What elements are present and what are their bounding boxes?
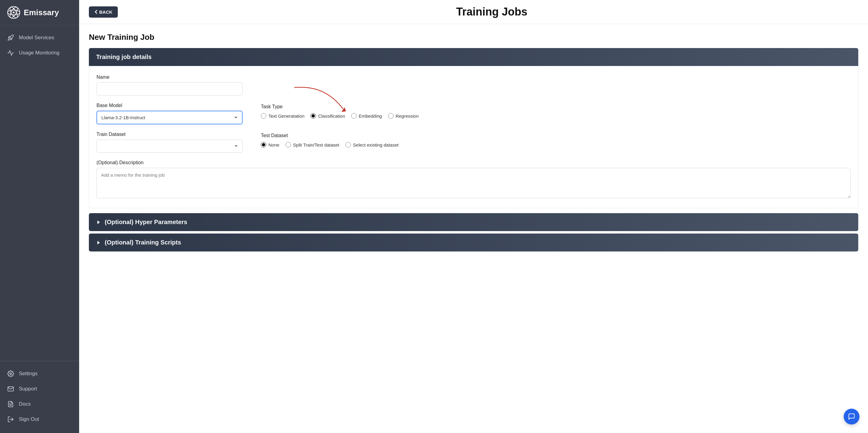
sidebar-item-settings-label: Settings [19,371,37,377]
hyper-params-collapsible[interactable]: (Optional) Hyper Parameters [89,213,858,231]
gear-icon [7,370,14,377]
description-label: (Optional) Description [96,160,851,165]
app-logo[interactable]: Emissary [0,0,79,25]
new-training-job-title: New Training Job [89,33,858,42]
sidebar-item-settings[interactable]: Settings [0,366,79,381]
name-input[interactable] [96,82,243,96]
app-name: Emissary [24,8,59,17]
back-button-label: BACK [99,9,112,14]
sidebar-item-support-label: Support [19,386,37,392]
base-model-task-type-row: Base Model Llama-3.2-1B-Instruct Llama-3… [96,103,851,124]
training-job-details-section: Training job details Name Base Model Lla… [89,48,858,208]
topbar: BACK Training Jobs [79,0,868,24]
chat-icon [848,413,855,420]
envelope-icon [7,386,14,392]
task-type-text-generation[interactable]: Text Generatation [261,113,304,119]
svg-marker-11 [97,241,100,244]
section-body: Name Base Model Llama-3.2-1B-Instruct Ll… [89,66,858,208]
svg-marker-10 [97,221,100,224]
page-title: Training Jobs [125,5,858,18]
signout-icon [7,416,14,423]
base-model-select[interactable]: Llama-3.2-1B-Instruct Llama-3.2-3B-Instr… [96,111,243,124]
sidebar-nav-top: Model Services Usage Monitoring [0,25,79,359]
test-dataset-radio-group: None Split Train/Test dataset Select exi… [261,142,851,147]
training-scripts-label: (Optional) Training Scripts [105,239,181,246]
train-dataset-col: Train Dataset [96,132,243,153]
chevron-right-icon-2 [96,240,101,245]
sidebar: Emissary Model Services Usage Monitoring [0,0,79,433]
test-dataset-split-label: Split Train/Test dataset [293,142,339,147]
training-scripts-collapsible[interactable]: (Optional) Training Scripts [89,234,858,252]
base-model-col: Base Model Llama-3.2-1B-Instruct Llama-3… [96,103,243,124]
sidebar-item-docs-label: Docs [19,401,31,407]
svg-point-5 [10,373,11,375]
sidebar-item-usage-monitoring[interactable]: Usage Monitoring [0,45,79,61]
hyper-params-label: (Optional) Hyper Parameters [105,219,187,226]
task-type-label: Task Type [261,104,851,109]
task-type-embedding-label: Embedding [359,113,382,119]
chart-icon [7,49,14,56]
chevron-right-icon [96,220,101,225]
sidebar-nav-bottom: Settings Support Docs [0,364,79,433]
content-area: New Training Job Training job details Na… [79,24,868,433]
sidebar-divider [0,361,79,361]
task-type-classification[interactable]: Classification [310,113,345,119]
back-chevron-icon [94,10,97,14]
train-dataset-select[interactable] [96,140,243,153]
emissary-logo-icon [7,6,20,19]
main-content: BACK Training Jobs New Training Job Trai… [79,0,868,433]
name-label: Name [96,74,851,80]
test-dataset-existing-label: Select existing dataset [353,142,399,147]
back-button[interactable]: BACK [89,6,118,18]
task-type-text-generation-label: Text Generatation [269,113,304,119]
task-type-regression[interactable]: Regression [388,113,419,119]
test-dataset-label: Test Dataset [261,133,851,138]
train-dataset-label: Train Dataset [96,132,243,137]
chat-bubble-button[interactable] [844,409,860,425]
document-icon [7,401,14,407]
base-model-label: Base Model [96,103,243,108]
section-header: Training job details [89,48,858,66]
test-dataset-existing[interactable]: Select existing dataset [345,142,399,147]
task-type-regression-label: Regression [396,113,419,119]
test-dataset-none-label: None [269,142,279,147]
sidebar-item-sign-out-label: Sign Out [19,416,39,422]
description-textarea[interactable] [96,168,851,198]
sidebar-item-model-services[interactable]: Model Services [0,30,79,45]
sidebar-item-support[interactable]: Support [0,381,79,397]
svg-point-4 [13,11,14,13]
task-type-col: Task Type Text Generatation Classificati… [261,103,851,124]
sidebar-item-sign-out[interactable]: Sign Out [0,412,79,427]
task-type-embedding[interactable]: Embedding [351,113,382,119]
sidebar-item-model-services-label: Model Services [19,35,54,41]
task-type-classification-label: Classification [318,113,345,119]
sidebar-item-docs[interactable]: Docs [0,397,79,412]
task-type-radio-group: Text Generatation Classification Embeddi… [261,113,851,119]
description-section: (Optional) Description [96,160,851,199]
test-dataset-col: Test Dataset None Split Train/Test datas… [261,132,851,153]
rocket-icon [7,34,14,41]
train-test-dataset-row: Train Dataset Test Dataset None [96,132,851,153]
sidebar-item-usage-monitoring-label: Usage Monitoring [19,50,59,56]
test-dataset-split[interactable]: Split Train/Test dataset [285,142,339,147]
test-dataset-none[interactable]: None [261,142,279,147]
